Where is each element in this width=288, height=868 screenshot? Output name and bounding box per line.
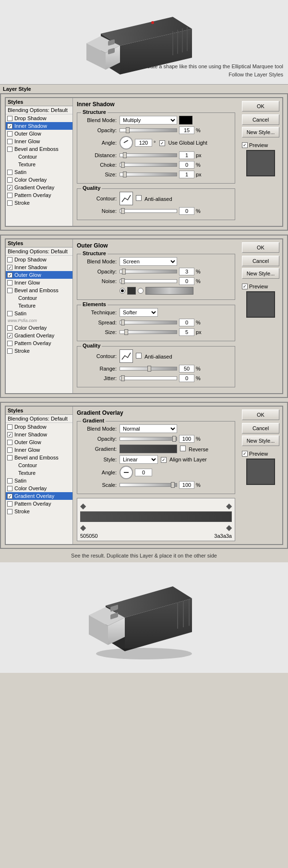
outer-glow-item[interactable]: Outer Glow xyxy=(6,130,72,137)
p2-technique-select[interactable]: Softer xyxy=(120,308,158,317)
gradient-display-bar[interactable] xyxy=(80,511,232,522)
p3-preview-cb[interactable] xyxy=(242,451,248,457)
blending-options[interactable]: Blending Options: Default xyxy=(6,106,72,114)
anti-aliased-cb[interactable] xyxy=(136,195,142,201)
bevel-emboss-cb[interactable] xyxy=(7,147,12,152)
p3-scale-input[interactable] xyxy=(179,481,194,489)
gradient-stop-right-bottom[interactable]: ◆ xyxy=(226,523,232,532)
p2-opacity-slider[interactable] xyxy=(120,270,177,273)
p3-color-overlay-cb[interactable] xyxy=(7,486,12,491)
p3-opacity-input[interactable] xyxy=(179,435,194,443)
distance-slider[interactable] xyxy=(120,153,177,157)
p2-bevel-emboss[interactable]: Bevel and Emboss xyxy=(6,286,72,294)
texture-item[interactable]: Texture xyxy=(6,161,72,168)
angle-input[interactable] xyxy=(135,139,152,147)
p3-reverse-cb[interactable] xyxy=(180,446,186,451)
p2-spread-input[interactable] xyxy=(179,319,194,326)
p2-color-overlay-cb[interactable] xyxy=(7,325,12,331)
p3-blending-options[interactable]: Blending Options: Default xyxy=(6,415,72,423)
p2-gradient-radio[interactable] xyxy=(138,288,144,294)
satin-cb[interactable] xyxy=(7,170,12,175)
p2-opacity-input[interactable] xyxy=(179,268,194,275)
p2-blending-options[interactable]: Blending Options: Default xyxy=(6,248,72,256)
p3-style-select[interactable]: Linear xyxy=(120,455,158,464)
p2-size-slider[interactable] xyxy=(120,330,177,334)
preview-cb[interactable] xyxy=(242,142,248,148)
noise-slider[interactable] xyxy=(120,209,177,213)
noise-input[interactable] xyxy=(179,207,194,215)
p3-gradient-overlay[interactable]: Gradient Overlay xyxy=(6,492,72,500)
p3-contour[interactable]: Contour xyxy=(6,461,72,469)
p3-scale-slider[interactable] xyxy=(120,483,177,487)
p2-contour[interactable]: Contour xyxy=(6,294,72,302)
p3-opacity-slider[interactable] xyxy=(120,437,177,441)
p3-inner-shadow[interactable]: Inner Shadow xyxy=(6,431,72,438)
size-input[interactable] xyxy=(179,171,194,178)
p2-inner-glow[interactable]: Inner Glow xyxy=(6,279,72,286)
p3-outer-glow[interactable]: Outer Glow xyxy=(6,438,72,446)
p3-drop-shadow-cb[interactable] xyxy=(7,424,12,430)
gradient-overlay-cb[interactable] xyxy=(7,185,12,190)
p2-range-input[interactable] xyxy=(179,365,194,372)
contour-thumbnail[interactable] xyxy=(120,192,133,205)
p2-satin-cb[interactable] xyxy=(7,311,12,316)
choke-input[interactable] xyxy=(179,161,194,169)
gradient-stop-right-top[interactable]: ◆ xyxy=(226,501,232,510)
p2-preview-cb[interactable] xyxy=(242,284,248,289)
inner-glow-cb[interactable] xyxy=(7,139,12,144)
distance-input[interactable] xyxy=(179,151,194,159)
gradient-overlay-item[interactable]: Gradient Overlay xyxy=(6,184,72,191)
pattern-overlay-item[interactable]: Pattern Overlay xyxy=(6,191,72,199)
p2-outer-glow-cb[interactable] xyxy=(7,273,12,278)
p3-stroke[interactable]: Stroke xyxy=(6,508,72,515)
p2-jitter-input[interactable] xyxy=(179,374,194,382)
pattern-overlay-cb[interactable] xyxy=(7,193,12,198)
p3-pattern-overlay[interactable]: Pattern Overlay xyxy=(6,500,72,508)
p2-stroke[interactable]: Stroke xyxy=(6,347,72,355)
p3-gradient-swatch[interactable] xyxy=(120,445,177,453)
p3-color-overlay[interactable]: Color Overlay xyxy=(6,484,72,492)
drop-shadow-item[interactable]: Drop Shadow xyxy=(6,114,72,122)
global-light-cb[interactable] xyxy=(159,140,165,146)
drop-shadow-cb[interactable] xyxy=(7,116,12,121)
p3-inner-shadow-cb[interactable] xyxy=(7,432,12,437)
p3-align-cb[interactable] xyxy=(161,457,167,463)
ok-button[interactable]: OK xyxy=(242,101,279,112)
bevel-emboss-item[interactable]: Bevel and Emboss xyxy=(6,145,72,153)
gradient-stop-left-bottom[interactable]: ◆ xyxy=(80,523,86,532)
p2-inner-shadow[interactable]: Inner Shadow xyxy=(6,263,72,271)
p3-inner-glow-cb[interactable] xyxy=(7,447,12,453)
outer-glow-cb[interactable] xyxy=(7,131,12,136)
p3-blend-mode-select[interactable]: Normal xyxy=(120,424,177,433)
p2-noise-slider[interactable] xyxy=(120,279,177,283)
p3-bevel-emboss-cb[interactable] xyxy=(7,455,12,460)
p3-texture[interactable]: Texture xyxy=(6,469,72,477)
p2-gradient-overlay-cb[interactable] xyxy=(7,333,12,338)
cancel-button[interactable]: Cancel xyxy=(242,114,279,125)
p3-angle-input[interactable] xyxy=(135,469,152,476)
blend-mode-select[interactable]: Multiply xyxy=(120,116,177,124)
p2-satin[interactable]: Satin xyxy=(6,310,72,317)
p3-ok-button[interactable]: OK xyxy=(242,409,279,420)
p2-cancel-button[interactable]: Cancel xyxy=(242,256,279,266)
size-slider[interactable] xyxy=(120,173,177,176)
color-overlay-cb[interactable] xyxy=(7,177,12,183)
p2-inner-shadow-cb[interactable] xyxy=(7,265,12,270)
p3-satin-cb[interactable] xyxy=(7,478,12,484)
p3-new-style-button[interactable]: New Style... xyxy=(242,435,279,446)
color-overlay-item[interactable]: Color Overlay xyxy=(6,176,72,184)
contour-item[interactable]: Contour xyxy=(6,153,72,161)
p2-spread-slider[interactable] xyxy=(120,321,177,324)
angle-dial[interactable] xyxy=(120,136,133,149)
opacity-input[interactable] xyxy=(179,126,194,134)
p3-satin[interactable]: Satin xyxy=(6,477,72,484)
p3-pattern-overlay-cb[interactable] xyxy=(7,501,12,507)
p3-outer-glow-cb[interactable] xyxy=(7,440,12,445)
p2-gradient-bar[interactable] xyxy=(145,287,193,295)
inner-shadow-cb[interactable] xyxy=(7,124,12,129)
p2-color-overlay[interactable]: Color Overlay xyxy=(6,324,72,332)
p2-range-slider[interactable] xyxy=(120,367,177,371)
p2-jitter-slider[interactable] xyxy=(120,376,177,380)
p2-color-swatch[interactable] xyxy=(127,287,136,295)
p2-new-style-button[interactable]: New Style... xyxy=(242,268,279,279)
